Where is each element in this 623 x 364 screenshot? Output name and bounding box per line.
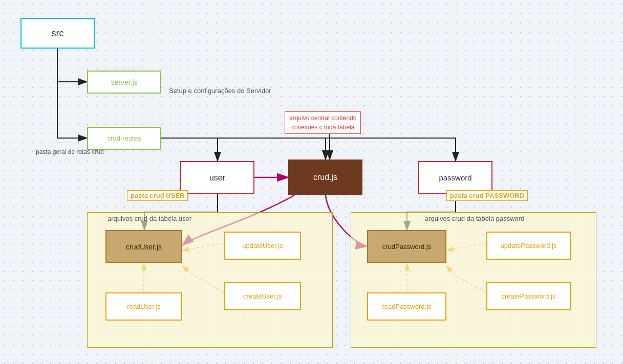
crud-routes-label: crud-routes (108, 134, 141, 142)
container-user-label: arquivos crud da tabela user (108, 215, 191, 222)
crud-password-label: crudPassword.js (382, 243, 431, 251)
crud-js-node: crud.js (288, 160, 362, 195)
update-user-node: updateUser.js (224, 232, 301, 260)
update-user-label: updateUser.js (242, 242, 283, 249)
user-node: user (180, 161, 254, 194)
create-user-label: createUser.js (243, 292, 282, 300)
src-label: src (52, 28, 64, 39)
server-label: server.js (111, 78, 137, 86)
container-password-label: arquivos crud da tabela password (425, 215, 524, 222)
read-user-node: readUser.js (105, 292, 182, 321)
create-password-node: createPassword.js (486, 282, 571, 310)
arquivo-central-label: arquivo central contendo conexões c toda… (285, 111, 361, 134)
server-desc: Setup e configurações do Servidor (169, 87, 271, 95)
arquivo-central-line2: conexões c toda tabela (291, 124, 354, 131)
crud-password-node: crudPassword.js (367, 230, 446, 263)
arquivo-central-line1: arquivo central contendo (289, 115, 356, 122)
read-user-label: readUser.js (127, 303, 161, 310)
crud-routes-node: crud-routes (87, 127, 161, 150)
pasta-password-label: pasta crud PASSWORD (446, 190, 528, 201)
password-node: password (418, 161, 492, 194)
crud-routes-desc: pasta geral de rotas crud (36, 148, 104, 155)
read-password-node: readPassword.js (367, 292, 446, 321)
server-node: server.js (87, 71, 161, 94)
pasta-user-label: pasta crud USER (127, 190, 188, 201)
update-password-label: updatePassword.js (501, 242, 557, 249)
read-password-label: readPassword.js (382, 303, 431, 310)
src-node: src (20, 18, 95, 49)
crud-user-node: crudUser.js (105, 230, 182, 263)
create-password-label: createPassword.js (501, 292, 555, 300)
create-user-node: createUser.js (224, 282, 301, 310)
crud-js-label: crud.js (313, 173, 337, 182)
update-password-node: updatePassword.js (486, 232, 571, 260)
password-label: password (439, 173, 471, 182)
crud-user-label: crudUser.js (126, 243, 162, 251)
user-label: user (209, 173, 225, 183)
